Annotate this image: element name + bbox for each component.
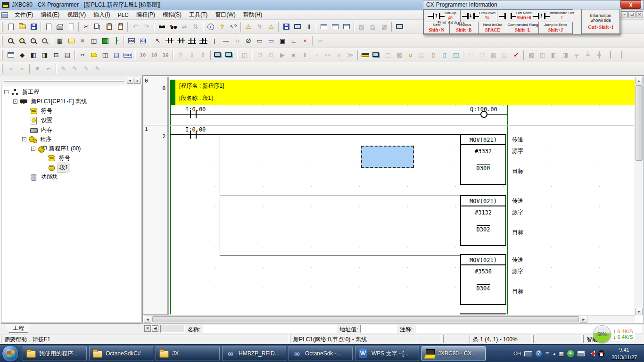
mov-instruction-block-2[interactable]: MOV(021)#3132D302	[460, 195, 506, 246]
start-button[interactable]	[2, 345, 19, 362]
tree-expand-box[interactable]: -	[13, 99, 17, 104]
find-backward-button[interactable]: ⇅	[190, 21, 201, 32]
tree-expand-box[interactable]: -	[22, 137, 26, 141]
watch-grid-button[interactable]: ▦	[488, 49, 499, 60]
edit-pen-button[interactable]: ✎	[58, 63, 69, 74]
keyboard-mapping-button[interactable]	[360, 49, 371, 60]
rung-margin-cell-1[interactable]: 1 2	[143, 125, 168, 315]
paste-button[interactable]	[103, 21, 115, 32]
differential-monitor-button[interactable]: ◫	[450, 49, 462, 60]
toolbar-handle[interactable]	[1, 22, 3, 32]
pause-monitor-button[interactable]: Ⅱ	[303, 21, 314, 32]
copy-button[interactable]	[92, 21, 103, 32]
monitor-window-button[interactable]: ▢	[382, 49, 394, 60]
radix-hex-button[interactable]: 16	[160, 49, 171, 60]
ci-view-button[interactable]: CI	[137, 35, 149, 46]
vertical-scrollbar[interactable]: ▲ ▼	[635, 77, 643, 315]
workspace-close-button[interactable]: x	[134, 78, 140, 84]
io-refresh-button[interactable]: ↯	[254, 21, 265, 32]
help-icon[interactable]: ?	[536, 350, 542, 357]
ladder-editor-button[interactable]: ┷	[582, 49, 594, 60]
window-layout-button[interactable]	[5, 49, 17, 60]
replace-button[interactable]	[167, 21, 179, 32]
cut-button[interactable]: ✂	[81, 21, 92, 32]
line-connect-button[interactable]: ∟	[288, 35, 299, 46]
new-closed-contact-button[interactable]: /	[175, 35, 186, 46]
taskbar-clock[interactable]: 9:41 2013/11/27	[606, 346, 642, 361]
sidebar-item-project[interactable]: -新工程	[1, 87, 141, 97]
mov-destination-operand[interactable]: D300	[461, 165, 505, 172]
tree-expand-box[interactable]: -	[31, 147, 35, 151]
radix-decimal-button[interactable]: 10	[137, 49, 149, 60]
watch-add-button[interactable]: ∷	[465, 49, 477, 60]
mdi-child-icon[interactable]	[1, 12, 8, 18]
toolbar-handle[interactable]	[1, 50, 3, 60]
show-hidden-icon[interactable]: ▴	[553, 351, 556, 357]
mov-instruction-block-1[interactable]: MOV(021)#3332D300	[460, 134, 506, 185]
edit-pen-percent2-button[interactable]: ✎	[81, 63, 92, 74]
close-button[interactable]: x	[620, 0, 641, 9]
fb-instance-button[interactable]: ◫	[537, 49, 548, 60]
symbols-dialog-button[interactable]: ▧	[356, 21, 367, 32]
monitor-hold-trigger-button[interactable]: □	[265, 49, 277, 60]
field-close-button[interactable]: ×	[144, 325, 151, 332]
page-setup-button[interactable]	[43, 21, 54, 32]
field-back-button[interactable]: ◀	[152, 325, 158, 332]
keyboard-icon[interactable]	[524, 351, 532, 356]
mov-source-operand[interactable]: #3536	[461, 268, 505, 275]
taskbar-button-5[interactable]: ∞OctaneSdk -...	[289, 346, 353, 361]
zoom-fit-button[interactable]	[17, 35, 28, 46]
antivirus-icon[interactable]: +	[567, 350, 574, 357]
online-edit-mode-button[interactable]	[224, 49, 235, 60]
ime-icon[interactable]: ▦	[559, 351, 564, 357]
transfer-warning-button[interactable]	[292, 21, 303, 32]
line-delete-button[interactable]: ×	[299, 35, 311, 46]
taskbar-button-1[interactable]: 我使用的程序...	[23, 346, 87, 361]
sidebar-item-section[interactable]: 段1	[1, 163, 141, 172]
menu-item-4[interactable]: 插入(I)	[90, 10, 114, 20]
monitor-in-rung-button[interactable]: ◫	[88, 35, 99, 46]
new-pid-box-button[interactable]: ▣	[277, 35, 288, 46]
name-input[interactable]	[203, 325, 337, 333]
memory-dialog-button[interactable]: ▨	[367, 21, 379, 32]
symbol-bar-button[interactable]: ┠	[111, 35, 122, 46]
program-check-all-button[interactable]: ✔	[511, 49, 522, 60]
dialog-list-button[interactable]: ▤	[111, 49, 122, 60]
rung-comment-block[interactable]: [程序名 : 新程序1] [段名称 : 段1]	[171, 80, 635, 105]
grid-toggle-button[interactable]: ▦	[54, 35, 66, 46]
fb-library-button[interactable]: ▩	[526, 49, 537, 60]
fb-define-button[interactable]: ◧	[548, 49, 560, 60]
indent-right-button[interactable]: »	[17, 63, 28, 74]
scroll-right-button[interactable]: ▶	[580, 316, 587, 323]
zoom-in-button[interactable]	[28, 35, 39, 46]
restore-window-icon[interactable]: ⊡	[545, 351, 550, 357]
sidebar-item-programs[interactable]: -程序	[1, 134, 141, 144]
taskbar-button-4[interactable]: ∞HMBZP_RFID...	[222, 346, 286, 361]
backup-warning-button[interactable]	[281, 21, 292, 32]
vscroll-thumb[interactable]	[636, 85, 643, 161]
new-instruction-button[interactable]: ▭	[254, 35, 265, 46]
menu-item-9[interactable]: 窗口(W)	[211, 10, 239, 20]
find-warning-button[interactable]: ⚠	[265, 21, 277, 32]
program-check-button[interactable]: ✂	[77, 49, 88, 60]
monitor-hold-button[interactable]: □	[254, 49, 265, 60]
paste-special-button[interactable]	[115, 21, 126, 32]
transfer-to-plc-button[interactable]: ◫	[239, 49, 250, 60]
taskbar-button-6[interactable]: WPS 文字 - [...	[355, 346, 419, 361]
cross-reference-button[interactable]	[341, 21, 352, 32]
fb-insert-button[interactable]: ╋	[594, 49, 605, 60]
program-verify-button[interactable]: ▤	[499, 49, 511, 60]
taskbar-button-7[interactable]: JXBC80 - CX...	[421, 346, 486, 361]
zoom-tool-button[interactable]	[5, 35, 17, 46]
watch-remove-button[interactable]: ∷	[477, 49, 488, 60]
menu-item-10[interactable]: 帮助(H)	[239, 10, 266, 20]
run-mode-button[interactable]: ▶	[277, 49, 288, 60]
work-online-button[interactable]	[213, 49, 224, 60]
hscroll-thumb[interactable]	[152, 316, 579, 322]
new-inverted-instruction-button[interactable]: ▭	[265, 35, 277, 46]
workspace-menu-button[interactable]: ▾	[127, 78, 133, 84]
stop-mode-button[interactable]: ■	[288, 49, 299, 60]
rung-warning-button[interactable]: ⚠	[243, 21, 254, 32]
find-button[interactable]	[156, 21, 167, 32]
comment-toggle-button[interactable]	[66, 35, 77, 46]
